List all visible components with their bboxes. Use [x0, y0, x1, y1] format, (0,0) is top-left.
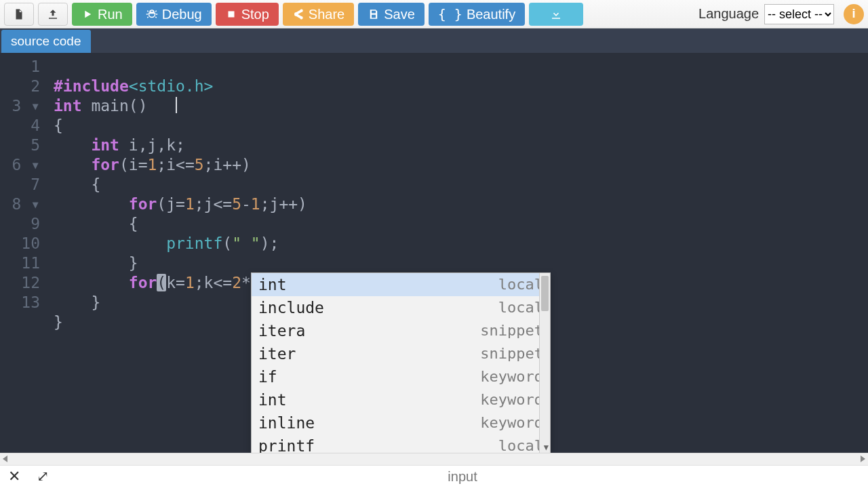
svg-rect-0: [228, 12, 234, 18]
scroll-down-icon[interactable]: ▼: [544, 443, 549, 452]
braces-icon: { }: [438, 6, 462, 22]
share-icon: [292, 8, 304, 20]
save-icon: [368, 8, 380, 20]
autocomplete-item-type: snippet: [480, 322, 543, 340]
autocomplete-item-label: itera: [258, 322, 305, 340]
input-panel-header: ✕ ⤢ input: [0, 465, 868, 487]
autocomplete-item-type: local: [498, 299, 543, 317]
upload-button[interactable]: [38, 3, 68, 26]
beautify-button[interactable]: { } Beautify: [429, 3, 525, 26]
file-icon: [13, 8, 25, 20]
autocomplete-item-type: keyword: [480, 368, 543, 386]
autocomplete-item[interactable]: printflocal: [252, 434, 550, 454]
autocomplete-item[interactable]: itersnippet: [252, 342, 550, 365]
new-file-button[interactable]: [4, 3, 34, 26]
autocomplete-item-label: if: [258, 368, 277, 386]
code-editor[interactable]: 1 2 3 ▾ 4 5 6 ▾ 7 8 ▾ 9 10 11 12 13 #inc…: [0, 53, 868, 453]
toolbar-spacer: [587, 3, 694, 25]
close-panel-button[interactable]: ✕: [0, 468, 28, 485]
upload-icon: [47, 8, 59, 20]
share-button[interactable]: Share: [283, 3, 354, 26]
language-select[interactable]: -- select --: [764, 4, 834, 24]
share-label: Share: [309, 7, 344, 22]
download-icon: [550, 8, 562, 20]
autocomplete-item-label: printf: [258, 437, 315, 454]
autocomplete-item-type: keyword: [480, 414, 543, 432]
save-label: Save: [384, 7, 415, 22]
fold-icon[interactable]: ▾: [21, 195, 40, 213]
tab-label: source code: [11, 34, 81, 48]
gutter: 1 2 3 ▾ 4 5 6 ▾ 7 8 ▾ 9 10 11 12 13: [0, 53, 51, 453]
autocomplete-item-label: int: [258, 391, 287, 409]
toolbar: Run Debug Stop Share Save { } Beautify L…: [0, 0, 868, 28]
stop-icon: [225, 8, 237, 20]
autocomplete-item[interactable]: inlinekeyword: [252, 411, 550, 434]
scroll-thumb[interactable]: [541, 276, 549, 311]
run-button[interactable]: Run: [72, 3, 132, 26]
fold-icon[interactable]: ▾: [21, 97, 40, 115]
autocomplete-item-type: snippet: [480, 345, 543, 363]
run-label: Run: [98, 7, 123, 22]
tab-source-code[interactable]: source code: [1, 30, 91, 53]
autocomplete-item[interactable]: iterasnippet: [252, 319, 550, 342]
text-cursor: [176, 97, 177, 113]
autocomplete-item-type: local: [498, 276, 543, 293]
autocomplete-item[interactable]: ifkeyword: [252, 365, 550, 388]
autocomplete-item-type: keyword: [480, 391, 543, 409]
autocomplete-item-label: int: [258, 276, 287, 293]
fold-icon[interactable]: ▾: [21, 156, 40, 174]
save-button[interactable]: Save: [358, 3, 425, 26]
input-panel-title: input: [57, 469, 868, 485]
autocomplete-item[interactable]: intkeyword: [252, 388, 550, 411]
autocomplete-item-label: iter: [258, 345, 296, 363]
download-button[interactable]: [529, 3, 583, 26]
autocomplete-item-type: local: [498, 437, 543, 454]
language-label: Language: [698, 6, 759, 22]
info-button[interactable]: i: [844, 4, 864, 24]
stop-label: Stop: [241, 7, 269, 22]
bug-icon: [146, 8, 158, 20]
debug-button[interactable]: Debug: [136, 3, 212, 26]
beautify-label: Beautify: [467, 7, 515, 22]
autocomplete-scrollbar[interactable]: ▲ ▼: [539, 273, 550, 453]
stop-button[interactable]: Stop: [216, 3, 279, 26]
autocomplete-item-label: include: [258, 299, 324, 317]
autocomplete-item-label: inline: [258, 414, 315, 432]
horizontal-scrollbar[interactable]: [0, 453, 868, 465]
play-icon: [81, 8, 94, 20]
autocomplete-item[interactable]: intlocal: [252, 273, 550, 296]
info-icon: i: [852, 7, 855, 21]
autocomplete-item[interactable]: includelocal: [252, 296, 550, 319]
tab-bar: source code: [0, 28, 868, 53]
debug-label: Debug: [162, 7, 202, 22]
autocomplete-popup[interactable]: intlocalincludelocaliterasnippetitersnip…: [251, 272, 551, 454]
expand-panel-button[interactable]: ⤢: [28, 468, 57, 485]
